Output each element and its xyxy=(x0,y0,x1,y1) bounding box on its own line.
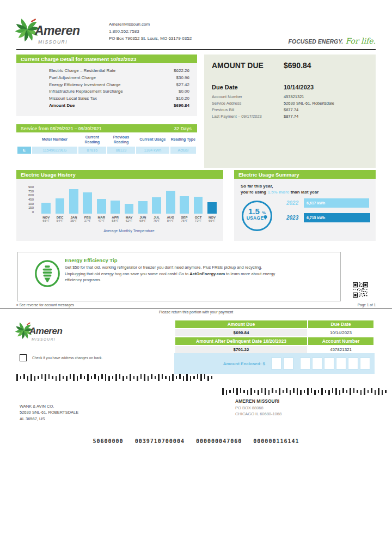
amount-enclosed-box[interactable] xyxy=(336,358,346,370)
usage-bar xyxy=(152,197,161,214)
bulb-icon xyxy=(264,215,267,220)
bar-group xyxy=(53,185,66,214)
due-date-row: Due Date 10/14/2023 xyxy=(212,84,368,90)
amount-enclosed-box[interactable] xyxy=(271,358,281,370)
previous-reading: 86123 xyxy=(107,147,135,154)
amount-enclosed-box[interactable] xyxy=(300,358,310,370)
detail-label: Service Address xyxy=(212,100,284,107)
x-tick-label: MAR47°F xyxy=(95,216,108,222)
chart-y-axis: 9007506004503001500 xyxy=(22,185,34,214)
col-current-reading: Current Reading xyxy=(78,134,106,146)
ameren-logo: Ameren MISSOURI xyxy=(15,16,108,49)
amount-enclosed-box[interactable] xyxy=(312,358,322,370)
current-reading: 87816 xyxy=(78,147,106,154)
x-tick-label: NOV66°F xyxy=(205,216,219,222)
micr-line: 50600000 0039710700004 000000047060 0000… xyxy=(0,438,392,444)
energy-tip-box: Energy Efficiency Tip Get $50 for that o… xyxy=(17,252,341,301)
meter-number: 115490229LG xyxy=(32,147,77,154)
col-meter-number: Meter Number xyxy=(32,134,77,146)
charge-label: Energy Efficiency Investment Charge xyxy=(49,82,120,89)
usage-bar xyxy=(207,202,217,214)
chart-caption: Average Monthly Temperature xyxy=(39,229,219,233)
return-portion-note: Please return this portion with your pay… xyxy=(0,310,392,314)
current-usage: 1384 kWh xyxy=(136,147,169,154)
customer-name: WANK & AVIN CO. xyxy=(20,403,78,409)
detail-label: Last Payment – 09/17/2023 xyxy=(212,113,284,120)
service-section: Service from 08/29/2021 – 09/30/2021 32 … xyxy=(16,124,197,155)
charges-title: Current Charge Detail for Statement 10/0… xyxy=(16,55,197,63)
amount-enclosed-box[interactable] xyxy=(348,358,358,370)
usage-bar xyxy=(180,196,189,214)
amount-due-label: AMOUNT DUE xyxy=(212,61,284,70)
usage-bar xyxy=(138,201,148,214)
usage-highlight: 1.5% more xyxy=(267,190,289,195)
stub-account-value: 457821321 xyxy=(308,346,373,353)
remit-city: CHICAGO IL 60680-1068 xyxy=(235,411,281,417)
y-tick-label: 600 xyxy=(28,193,34,197)
panel-detail-row: Account Number 457821321 xyxy=(212,94,368,100)
stub-divider xyxy=(0,308,392,309)
address-change-checkbox[interactable] xyxy=(20,354,27,361)
contact-phone: 1.800.552.7583 xyxy=(109,28,192,35)
charge-value: $0.00 xyxy=(179,88,189,95)
detail-label: Account Number xyxy=(212,94,284,100)
service-header: Service from 08/29/2021 – 09/30/2021 32 … xyxy=(16,124,197,132)
usage-summary-body: So far this year, you're using 1.5% more… xyxy=(234,179,376,241)
intelligent-mail-barcode xyxy=(16,374,215,381)
current-charge-detail: Current Charge Detail for Statement 10/0… xyxy=(16,55,197,116)
remit-pobox: PO BOX 88068 xyxy=(235,405,281,411)
tagline-main: FOCUSED ENERGY. xyxy=(289,38,344,45)
service-days: 32 Days xyxy=(174,126,192,131)
ameren-logo-stub: Ameren MISSOURI xyxy=(15,320,86,346)
usage-bar xyxy=(166,191,175,214)
x-tick-label: MAY62°F xyxy=(122,216,136,222)
x-tick-label: JAN35°F xyxy=(67,216,81,222)
stub-amount-due-value: $690.84 xyxy=(175,329,307,336)
amount-due-panel: AMOUNT DUE $690.84 Due Date 10/14/2023 A… xyxy=(204,55,376,168)
x-tick-label: DEC54°F xyxy=(53,216,66,222)
bar-group xyxy=(136,185,150,214)
panel-detail-row: Service Address 52630 SNL-61, Robertsdal… xyxy=(212,100,368,107)
service-header-row: Meter Number Current Reading Previous Re… xyxy=(17,134,196,146)
due-date-label: Due Date xyxy=(212,84,284,90)
payment-stub-table: Amount Due Due Date $690.84 10/14/2023 A… xyxy=(174,319,375,354)
tip-body: Get $50 for that old, working refrigerat… xyxy=(65,264,283,283)
contact-website: AmerenMissouri.com xyxy=(109,21,192,28)
bar-group xyxy=(122,185,136,214)
usage-bar xyxy=(41,203,51,214)
amount-enclosed-box[interactable] xyxy=(324,358,334,370)
y-tick-label: 0 xyxy=(32,210,34,214)
usage-bar xyxy=(111,201,120,214)
summary-line1: So far this year, xyxy=(241,183,318,189)
brand-name: Ameren xyxy=(35,23,80,38)
amount-due-row: AMOUNT DUE $690.84 xyxy=(212,61,368,70)
y-tick-label: 150 xyxy=(28,206,34,209)
intelligent-mail-barcode xyxy=(222,388,389,395)
stub-delinquent-header: Amount After Delinquent Date 10/20/2023 xyxy=(175,337,307,345)
bar-group xyxy=(164,185,177,214)
year-row: 2022 6,617 kWh xyxy=(286,198,370,208)
amount-enclosed-row: Amount Enclosed: $ xyxy=(174,353,375,374)
charge-label: Electric Charge – Residential Rate xyxy=(49,68,115,75)
y-tick-label: 900 xyxy=(28,185,34,189)
brand-region: MISSOURI xyxy=(38,39,68,45)
address-change-row: Check if you have address changes on bac… xyxy=(20,354,102,361)
tagline: FOCUSED ENERGY. For life. xyxy=(289,36,376,46)
act-on-energy-link[interactable]: ActOnEnergy.com xyxy=(189,271,225,276)
service-type-code: E xyxy=(17,147,31,154)
bar-group xyxy=(108,185,122,214)
usage-history-chart: 9007506004503001500 NOV66°FDEC54°FJAN35°… xyxy=(16,179,223,241)
bar-group xyxy=(177,185,191,214)
charge-label: Fuel Adjustment Charge xyxy=(49,75,96,82)
badge-percent: 1.5 % xyxy=(243,207,271,215)
cfl-bulb-icon xyxy=(34,259,60,288)
due-date-value: 10/14/2023 xyxy=(284,84,314,90)
page-number: Page 1 of 1 xyxy=(358,303,376,307)
address-change-label: Check if you have address changes on bac… xyxy=(32,356,102,360)
year-usage-bar: 6,715 kWh xyxy=(304,213,370,222)
amount-enclosed-box[interactable] xyxy=(283,358,293,370)
summary-line2: you're using 1.5% more than last year xyxy=(241,189,318,195)
charge-value: $622.26 xyxy=(174,68,189,75)
y-tick-label: 450 xyxy=(28,198,34,201)
amount-enclosed-box[interactable] xyxy=(360,358,370,370)
